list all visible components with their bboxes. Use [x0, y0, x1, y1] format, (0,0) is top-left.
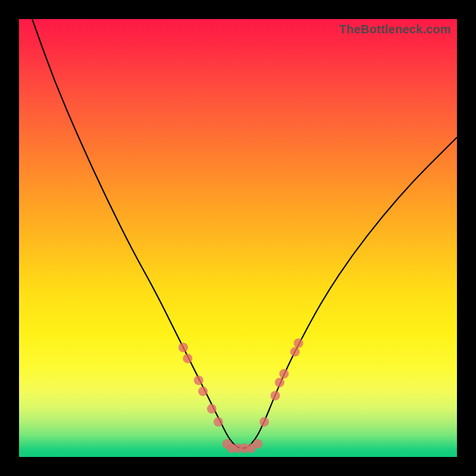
marker-dot — [207, 404, 217, 414]
marker-dot — [259, 417, 269, 427]
chart-frame: TheBottleneck.com — [0, 0, 476, 476]
marker-dot — [275, 378, 284, 387]
marker-dot — [271, 391, 280, 400]
marker-dot — [178, 343, 188, 352]
marker-dot — [253, 439, 262, 449]
marker-dot — [214, 417, 223, 427]
marker-dot — [198, 387, 208, 396]
marker-dot — [194, 375, 203, 385]
marker-dot — [290, 347, 300, 356]
marker-dot — [294, 339, 303, 348]
marker-dot — [183, 353, 192, 363]
watermark-text: TheBottleneck.com — [339, 23, 451, 36]
marker-dot — [279, 369, 289, 378]
plot-area: TheBottleneck.com — [19, 19, 457, 457]
dots-layer — [19, 19, 457, 457]
